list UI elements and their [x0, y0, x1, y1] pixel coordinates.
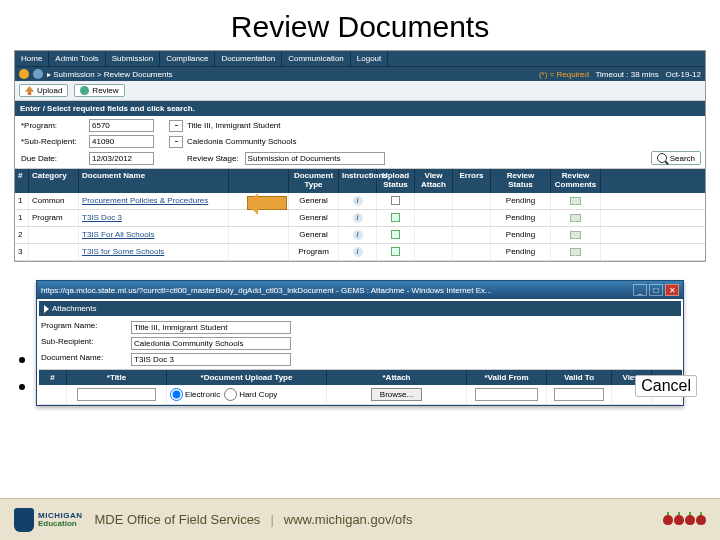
- info-icon: i: [353, 196, 363, 206]
- due-date-input[interactable]: [89, 152, 154, 165]
- cell-view-attach: [415, 244, 453, 260]
- cell-docname[interactable]: T3IS for Some Schools: [79, 244, 229, 260]
- close-button[interactable]: ✕: [665, 284, 679, 296]
- cell-review-comments[interactable]: [551, 210, 601, 226]
- due-date-label: Due Date:: [19, 154, 89, 163]
- valid-from-input[interactable]: [475, 388, 537, 401]
- cell-category: Common: [29, 193, 79, 209]
- review-stage-label: Review Stage:: [187, 154, 239, 163]
- cell-doctype: General: [289, 210, 339, 226]
- cell-errors: [453, 244, 491, 260]
- popup-title-input[interactable]: [77, 388, 156, 401]
- cell-docname[interactable]: T3IS For All Schools: [79, 227, 229, 243]
- col-instructions[interactable]: Instructions: [339, 169, 377, 193]
- program-name: Title III, Immigrant Student: [187, 121, 701, 130]
- col-review-status[interactable]: Review Status: [491, 169, 551, 193]
- toolbar: Upload Review: [15, 81, 705, 101]
- footer-separator: |: [270, 512, 273, 527]
- shield-icon: [14, 508, 34, 532]
- col-upload-status[interactable]: Upload Status: [377, 169, 415, 193]
- col-doctype[interactable]: Document Type: [289, 169, 339, 193]
- date-label: Oct-19-12: [665, 70, 701, 79]
- program-code-input[interactable]: [89, 119, 154, 132]
- popup-docname-input[interactable]: [131, 353, 291, 366]
- info-icon: i: [353, 247, 363, 257]
- col-errors[interactable]: Errors: [453, 169, 491, 193]
- cancel-button[interactable]: Cancel: [635, 375, 697, 397]
- popup-subrecipient-input[interactable]: [131, 337, 291, 350]
- callout-arrow-icon: [247, 196, 287, 210]
- popup-program-input[interactable]: [131, 321, 291, 334]
- cell-category: [29, 227, 79, 243]
- home-icon[interactable]: [33, 69, 43, 79]
- review-stage-input[interactable]: [245, 152, 385, 165]
- col-category[interactable]: Category: [29, 169, 79, 193]
- slide-footer: MICHIGAN Education MDE Office of Field S…: [0, 498, 720, 540]
- cell-review-comments[interactable]: [551, 227, 601, 243]
- cell-errors: [453, 227, 491, 243]
- comment-icon: [570, 197, 581, 205]
- col-docname[interactable]: Document Name: [79, 169, 229, 193]
- nav-documentation[interactable]: Documentation: [215, 51, 282, 66]
- pcol-title: *Title: [67, 370, 167, 385]
- cell-num: 2: [15, 227, 29, 243]
- search-button[interactable]: Search: [651, 151, 701, 165]
- nav-communication[interactable]: Communication: [282, 51, 351, 66]
- cell-instructions[interactable]: i: [339, 244, 377, 260]
- valid-to-input[interactable]: [554, 388, 603, 401]
- chevron-right-icon: [44, 305, 49, 313]
- info-icon: i: [353, 230, 363, 240]
- status-square-icon: [391, 247, 400, 256]
- table-row: 1ProgramT3IS Doc 3GeneraliPending: [15, 210, 705, 227]
- nav-admin[interactable]: Admin Tools: [49, 51, 105, 66]
- cell-instructions[interactable]: i: [339, 210, 377, 226]
- popup-columns: # *Title *Document Upload Type *Attach *…: [39, 370, 681, 385]
- table-row: 3T3IS for Some SchoolsProgramiPending: [15, 244, 705, 261]
- cell-instructions[interactable]: i: [339, 193, 377, 209]
- col-num[interactable]: #: [15, 169, 29, 193]
- browse-button[interactable]: Browse...: [371, 388, 422, 401]
- review-button[interactable]: Review: [74, 84, 124, 97]
- footer-url: www.michigan.gov/ofs: [284, 512, 413, 527]
- nav-submission[interactable]: Submission: [106, 51, 160, 66]
- program-lookup-button[interactable]: ···: [169, 120, 183, 132]
- minimize-button[interactable]: _: [633, 284, 647, 296]
- maximize-button[interactable]: □: [649, 284, 663, 296]
- cell-review-comments[interactable]: [551, 244, 601, 260]
- radio-electronic[interactable]: Electronic: [170, 388, 220, 401]
- status-square-icon: [391, 213, 400, 222]
- status-square-icon: [391, 196, 400, 205]
- cell-review-status: Pending: [491, 244, 551, 260]
- col-view-attach[interactable]: View Attach: [415, 169, 453, 193]
- back-icon[interactable]: [19, 69, 29, 79]
- cell-upload-status: [377, 193, 415, 209]
- search-icon: [657, 153, 667, 163]
- cell-review-status: Pending: [491, 193, 551, 209]
- upload-button[interactable]: Upload: [19, 84, 68, 97]
- brand-bottom: Education: [38, 520, 82, 528]
- cell-docname[interactable]: T3IS Doc 3: [79, 210, 229, 226]
- popup-info: Program Name: Sub-Recipient: Document Na…: [39, 318, 681, 370]
- nav-logout[interactable]: Logout: [351, 51, 388, 66]
- subrecipient-lookup-button[interactable]: ···: [169, 136, 183, 148]
- slide-title: Review Documents: [0, 0, 720, 50]
- apples-icon: [663, 515, 706, 525]
- cell-review-comments[interactable]: [551, 193, 601, 209]
- cell-category: Program: [29, 210, 79, 226]
- col-review-comments[interactable]: Review Comments: [551, 169, 601, 193]
- info-icon: i: [353, 213, 363, 223]
- subrecipient-code-input[interactable]: [89, 135, 154, 148]
- cell-docname[interactable]: Procurement Policies & Procedures: [79, 193, 229, 209]
- nav-compliance[interactable]: Compliance: [160, 51, 215, 66]
- radio-hardcopy[interactable]: Hard Copy: [224, 388, 277, 401]
- cell-review-status: Pending: [491, 210, 551, 226]
- cell-view-attach: [415, 210, 453, 226]
- attachments-panel-header[interactable]: Attachments: [39, 301, 681, 316]
- pcol-attach: *Attach: [327, 370, 467, 385]
- results-header: # Category Document Name Document Type I…: [15, 169, 705, 193]
- nav-home[interactable]: Home: [15, 51, 49, 66]
- table-row: 1CommonProcurement Policies & Procedures…: [15, 193, 705, 210]
- pcol-upload-type: *Document Upload Type: [167, 370, 327, 385]
- cell-instructions[interactable]: i: [339, 227, 377, 243]
- subrecipient-name: Caledonia Community Schools: [187, 137, 701, 146]
